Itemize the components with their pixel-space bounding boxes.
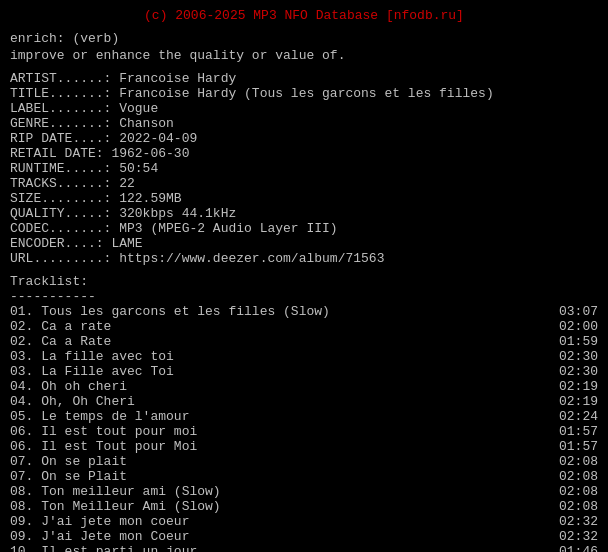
track-row: 10. Il est parti un jour01:46 (10, 544, 598, 552)
track-duration: 03:07 (559, 304, 598, 319)
meta-quality: QUALITY.....: 320kbps 44.1kHz (10, 206, 598, 221)
track-row: 09. J'ai Jete mon Coeur02:32 (10, 529, 598, 544)
track-title: 06. Il est Tout pour Moi (10, 439, 551, 454)
track-duration: 01:57 (559, 439, 598, 454)
track-row: 02. Ca a Rate01:59 (10, 334, 598, 349)
track-row: 04. Oh, Oh Cheri02:19 (10, 394, 598, 409)
track-row: 04. Oh oh cheri02:19 (10, 379, 598, 394)
meta-title: TITLE.......: Francoise Hardy (Tous les … (10, 86, 598, 101)
meta-section: ARTIST......: Francoise Hardy TITLE.....… (10, 71, 598, 266)
track-duration: 02:32 (559, 514, 598, 529)
track-duration: 02:00 (559, 319, 598, 334)
track-duration: 02:30 (559, 364, 598, 379)
tracklist-header: Tracklist: (10, 274, 598, 289)
track-title: 08. Ton Meilleur Ami (Slow) (10, 499, 551, 514)
enrich-definition: improve or enhance the quality or value … (10, 48, 598, 63)
track-duration: 02:19 (559, 394, 598, 409)
track-title: 07. On se Plait (10, 469, 551, 484)
enrich-word: enrich: (verb) (10, 31, 598, 46)
track-duration: 02:32 (559, 529, 598, 544)
track-duration: 02:08 (559, 499, 598, 514)
meta-url: URL.........: https://www.deezer.com/alb… (10, 251, 598, 266)
track-duration: 02:08 (559, 469, 598, 484)
track-title: 04. Oh oh cheri (10, 379, 551, 394)
track-row: 05. Le temps de l'amour02:24 (10, 409, 598, 424)
track-title: 08. Ton meilleur ami (Slow) (10, 484, 551, 499)
track-row: 06. Il est tout pour moi01:57 (10, 424, 598, 439)
track-row: 03. La Fille avec Toi02:30 (10, 364, 598, 379)
track-title: 05. Le temps de l'amour (10, 409, 551, 424)
track-duration: 02:19 (559, 379, 598, 394)
meta-runtime: RUNTIME.....: 50:54 (10, 161, 598, 176)
tracklist: 01. Tous les garcons et les filles (Slow… (10, 304, 598, 552)
meta-encoder: ENCODER....: LAME (10, 236, 598, 251)
meta-genre: GENRE.......: Chanson (10, 116, 598, 131)
track-row: 09. J'ai jete mon coeur02:32 (10, 514, 598, 529)
track-title: 06. Il est tout pour moi (10, 424, 551, 439)
track-title: 07. On se plait (10, 454, 551, 469)
track-duration: 02:08 (559, 484, 598, 499)
meta-label: LABEL.......: Vogue (10, 101, 598, 116)
meta-rip-date: RIP DATE....: 2022-04-09 (10, 131, 598, 146)
meta-tracks: TRACKS......: 22 (10, 176, 598, 191)
meta-retail-date: RETAIL DATE: 1962-06-30 (10, 146, 598, 161)
track-duration: 01:57 (559, 424, 598, 439)
track-title: 04. Oh, Oh Cheri (10, 394, 551, 409)
meta-size: SIZE........: 122.59MB (10, 191, 598, 206)
track-title: 10. Il est parti un jour (10, 544, 551, 552)
track-title: 01. Tous les garcons et les filles (Slow… (10, 304, 551, 319)
track-title: 03. La Fille avec Toi (10, 364, 551, 379)
track-row: 08. Ton Meilleur Ami (Slow)02:08 (10, 499, 598, 514)
track-row: 03. La fille avec toi02:30 (10, 349, 598, 364)
meta-artist: ARTIST......: Francoise Hardy (10, 71, 598, 86)
track-row: 02. Ca a rate02:00 (10, 319, 598, 334)
track-duration: 02:08 (559, 454, 598, 469)
track-title: 09. J'ai Jete mon Coeur (10, 529, 551, 544)
track-row: 01. Tous les garcons et les filles (Slow… (10, 304, 598, 319)
track-duration: 01:59 (559, 334, 598, 349)
track-row: 08. Ton meilleur ami (Slow)02:08 (10, 484, 598, 499)
track-duration: 02:30 (559, 349, 598, 364)
track-row: 07. On se plait02:08 (10, 454, 598, 469)
track-title: 03. La fille avec toi (10, 349, 551, 364)
tracklist-divider: ----------- (10, 289, 598, 304)
track-duration: 01:46 (559, 544, 598, 552)
track-title: 09. J'ai jete mon coeur (10, 514, 551, 529)
meta-codec: CODEC.......: MP3 (MPEG-2 Audio Layer II… (10, 221, 598, 236)
track-row: 06. Il est Tout pour Moi01:57 (10, 439, 598, 454)
track-title: 02. Ca a Rate (10, 334, 551, 349)
track-title: 02. Ca a rate (10, 319, 551, 334)
track-duration: 02:24 (559, 409, 598, 424)
header-line: (c) 2006-2025 MP3 NFO Database [nfodb.ru… (10, 8, 598, 23)
track-row: 07. On se Plait02:08 (10, 469, 598, 484)
